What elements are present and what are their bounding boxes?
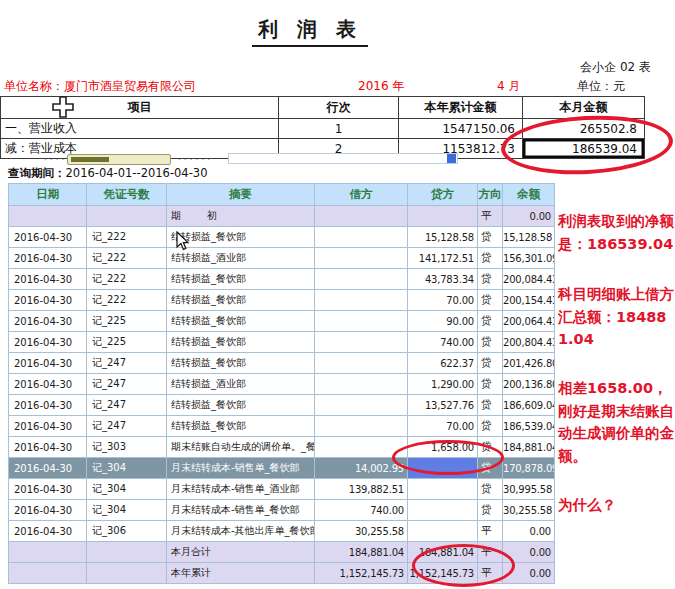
ledger-row[interactable]: 2016-04-30 记_222 结转损益_餐饮部 70.00 贷 200,15… — [9, 290, 555, 311]
cell-direction: 贷 — [478, 353, 503, 374]
cell-debit — [315, 290, 408, 311]
ledger-row[interactable]: 2016-04-30 记_225 结转损益_餐饮部 90.00 贷 200,06… — [9, 311, 555, 332]
ledger-table: 日期 凭证号数 摘要 借方 贷方 方向 余额 期 初 平 0.00 2016-0… — [8, 183, 555, 584]
ledger-row[interactable]: 2016-04-30 记_303 期末结账自动生成的调价单。_餐饮部 1,658… — [9, 437, 555, 458]
col-header-summary: 摘要 — [167, 184, 315, 206]
cell-date: 2016-04-30 — [9, 311, 87, 332]
cell-summary: 结转损益_酒业部 — [167, 248, 315, 269]
cell-summary: 结转损益_餐饮部 — [167, 311, 315, 332]
ledger-row[interactable]: 2016-04-30 记_304 月末结转成本-销售单_餐饮部 14,002.9… — [9, 458, 555, 479]
ledger-row[interactable]: 本月合计 184,881.04 184,881.04 平 0.00 — [9, 542, 555, 563]
ledger-row[interactable]: 2016-04-30 记_306 月末结转成本-其他出库单_餐饮部 30,255… — [9, 521, 555, 542]
cell-summary: 结转损益_餐饮部 — [167, 416, 315, 437]
col-header-item: 项目 — [1, 97, 279, 119]
cell-summary: 结转损益_酒业部 — [167, 374, 315, 395]
ledger-row[interactable]: 2016-04-30 记_304 月末结转成本-销售单_酒业部 139,882.… — [9, 479, 555, 500]
cell-voucher — [87, 206, 167, 227]
cell-date: 2016-04-30 — [9, 269, 87, 290]
cell-summary: 结转损益_餐饮部 — [167, 290, 315, 311]
annotation-debit-total: 科目明细账上借方汇总额：184881.04 — [558, 283, 675, 351]
cell-item: 一、营业收入 — [1, 119, 279, 139]
annotation-why-question: 为什么？ — [558, 494, 675, 517]
cell-debit — [315, 374, 408, 395]
cell-direction: 贷 — [478, 248, 503, 269]
ledger-row[interactable]: 2016-04-30 记_247 结转损益_酒业部 1,290.00 贷 200… — [9, 374, 555, 395]
cell-date: 2016-04-30 — [9, 248, 87, 269]
cell-credit: 184,881.04 — [408, 542, 478, 563]
report-title-wrap: 利 润 表 — [0, 16, 620, 47]
ledger-row[interactable]: 2016-04-30 记_247 结转损益_餐饮部 70.00 贷 186,53… — [9, 416, 555, 437]
profit-header-row: 项目 行次 本年累计金额 本月金额 — [1, 97, 645, 119]
cell-debit: 30,255.58 — [315, 521, 408, 542]
col-header-voucher: 凭证号数 — [87, 184, 167, 206]
cell-debit — [315, 227, 408, 248]
cell-balance: 200,136.80 — [503, 374, 555, 395]
cell-summary: 期 初 — [167, 206, 315, 227]
ledger-row[interactable]: 本年累计 1,152,145.73 1,152,145.73 平 0.00 — [9, 563, 555, 584]
cell-direction: 贷 — [478, 290, 503, 311]
cell-credit: 70.00 — [408, 416, 478, 437]
input-button-icon[interactable] — [447, 154, 456, 163]
ledger-row[interactable]: 2016-04-30 记_225 结转损益_餐饮部 740.00 贷 200,8… — [9, 332, 555, 353]
cell-voucher: 记_222 — [87, 248, 167, 269]
cell-balance: 186,609.04 — [503, 395, 555, 416]
cell-direction: 平 — [478, 206, 503, 227]
form-number-label: 会小企 02 表 — [580, 59, 651, 76]
cell-summary: 结转损益_餐饮部 — [167, 332, 315, 353]
cell-voucher: 记_304 — [87, 479, 167, 500]
cell-balance: 170,878.09 — [503, 458, 555, 479]
col-header-month: 本月金额 — [523, 97, 645, 119]
ledger-row[interactable]: 期 初 平 0.00 — [9, 206, 555, 227]
cell-direction: 贷 — [478, 269, 503, 290]
toolbar-remnant: ···· ······ — [0, 153, 560, 166]
report-year-label: 2016 年 — [358, 78, 404, 95]
query-period: 查询期间：2016-04-01--2016-04-30 — [8, 166, 207, 181]
cell-debit: 1,152,145.73 — [315, 563, 408, 584]
cell-ytd: 1547150.06 — [399, 119, 523, 139]
cell-credit: 1,658.00 — [408, 437, 478, 458]
ledger-row[interactable]: 2016-04-30 记_247 结转损益_餐饮部 622.37 贷 201,4… — [9, 353, 555, 374]
cell-debit — [315, 248, 408, 269]
col-header-ytd: 本年累计金额 — [399, 97, 523, 119]
cell-date — [9, 206, 87, 227]
cell-date: 2016-04-30 — [9, 521, 87, 542]
col-header-credit: 贷方 — [408, 184, 478, 206]
cell-summary: 月末结转成本-其他出库单_餐饮部 — [167, 521, 315, 542]
cell-balance: 15,128.58 — [503, 227, 555, 248]
cell-debit — [315, 311, 408, 332]
cell-debit — [315, 332, 408, 353]
cell-balance: 0.00 — [503, 563, 555, 584]
toolbar-input[interactable] — [228, 153, 458, 164]
cell-balance: 201,426.80 — [503, 353, 555, 374]
ledger-row[interactable]: 2016-04-30 记_222 结转损益_餐饮部 43,783.34 贷 20… — [9, 269, 555, 290]
cell-direction: 贷 — [478, 332, 503, 353]
profit-table: 项目 行次 本年累计金额 本月金额 一、营业收入 1 1547150.06 26… — [0, 96, 645, 159]
cell-voucher: 记_222 — [87, 227, 167, 248]
cell-date: 2016-04-30 — [9, 332, 87, 353]
cell-credit: 622.37 — [408, 353, 478, 374]
page-title: 利 润 表 — [252, 16, 368, 47]
cell-balance: 0.00 — [503, 206, 555, 227]
profit-row-revenue[interactable]: 一、营业收入 1 1547150.06 265502.8 — [1, 119, 645, 139]
cell-credit — [408, 500, 478, 521]
cell-direction: 贷 — [478, 437, 503, 458]
cell-summary: 期末结账自动生成的调价单。_餐饮部 — [167, 437, 315, 458]
cell-debit — [315, 395, 408, 416]
cell-voucher: 记_306 — [87, 521, 167, 542]
cell-credit: 141,172.51 — [408, 248, 478, 269]
cell-summary: 结转损益_餐饮部 — [167, 269, 315, 290]
ledger-row[interactable]: 2016-04-30 记_222 结转损益_酒业部 141,172.51 贷 1… — [9, 248, 555, 269]
cell-date: 2016-04-30 — [9, 374, 87, 395]
cell-credit: 13,527.76 — [408, 395, 478, 416]
cell-voucher — [87, 542, 167, 563]
ledger-row[interactable]: 2016-04-30 记_304 月末结转成本-销售单_餐饮部 740.00 贷… — [9, 500, 555, 521]
cell-date: 2016-04-30 — [9, 458, 87, 479]
query-period-value: 2016-04-01--2016-04-30 — [66, 166, 208, 180]
cell-date: 2016-04-30 — [9, 290, 87, 311]
cell-summary: 本月合计 — [167, 542, 315, 563]
ledger-row[interactable]: 2016-04-30 记_247 结转损益_餐饮部 13,527.76 贷 18… — [9, 395, 555, 416]
toolbar-dropdown[interactable] — [67, 154, 171, 165]
query-period-label: 查询期间： — [8, 166, 66, 180]
cell-line: 1 — [279, 119, 399, 139]
ledger-row[interactable]: 2016-04-30 记_222 结转损益_餐饮部 15,128.58 贷 15… — [9, 227, 555, 248]
